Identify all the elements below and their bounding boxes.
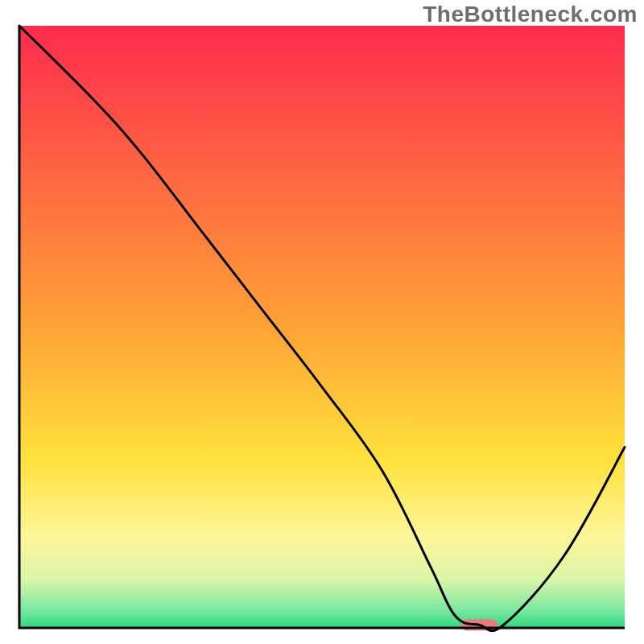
bottleneck-chart — [0, 0, 644, 644]
chart-stage: TheBottleneck.com — [0, 0, 644, 644]
